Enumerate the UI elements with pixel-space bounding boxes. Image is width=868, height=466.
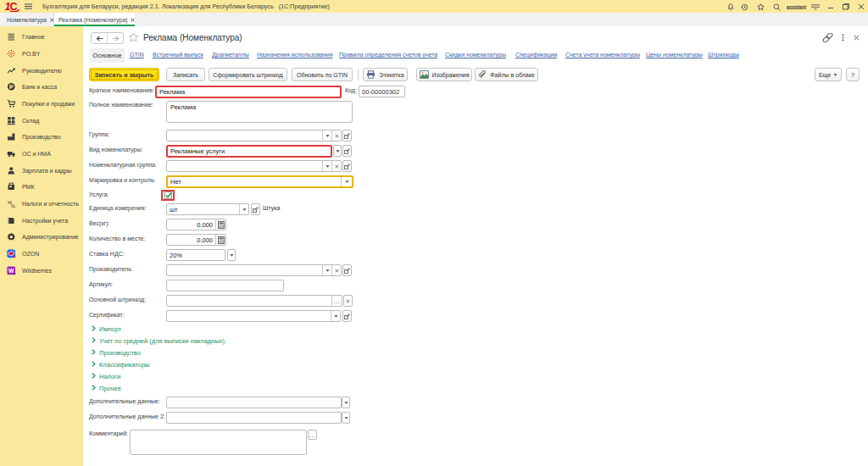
svg-text:P: P [9,84,14,91]
svg-text:‰: ‰ [11,203,16,208]
svg-text:С: С [10,1,18,12]
svg-text:W: W [8,268,14,274]
